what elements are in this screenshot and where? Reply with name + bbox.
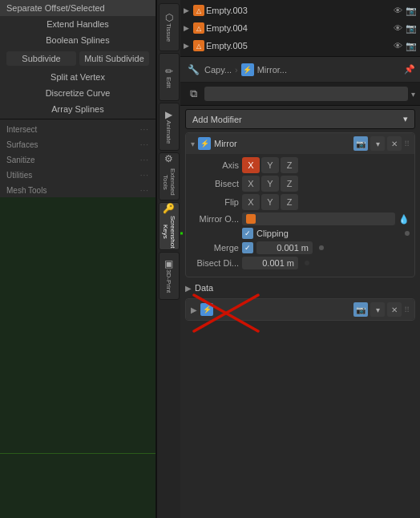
- dropper-icon[interactable]: 💧: [398, 214, 410, 225]
- flip-y-btn[interactable]: Y: [261, 194, 279, 210]
- mod2-dropdown-btn[interactable]: ▾: [370, 302, 385, 317]
- merge-value[interactable]: 0.001 m: [256, 241, 313, 254]
- row-icons-005: 👁 📷: [392, 40, 417, 51]
- merge-row: Merge ✓ 0.001 m: [191, 241, 410, 254]
- mod2-close-btn[interactable]: ✕: [387, 302, 402, 317]
- prop-toolbar: 🔧 Capy... › ⚡ Mirror... 📌: [180, 57, 420, 83]
- cam-icon-003[interactable]: 📷: [406, 5, 417, 16]
- toolbar-icon[interactable]: 🔧: [185, 62, 201, 78]
- row-arrow-005: ▶: [184, 42, 192, 50]
- breadcrumb-capy[interactable]: Capy...: [204, 65, 232, 75]
- flip-z-btn[interactable]: Z: [281, 194, 298, 210]
- merge-label: Merge: [191, 243, 239, 253]
- eye-icon-005[interactable]: 👁: [392, 40, 403, 51]
- obj-name-004: Empty.004: [206, 23, 390, 33]
- mod2-icon: ⚡: [200, 303, 213, 316]
- mod-name: Mirror: [214, 139, 350, 148]
- mirror-obj-label: Mirror O...: [191, 214, 239, 224]
- merge-dot: [319, 245, 324, 250]
- menu-array[interactable]: Array Splines: [0, 101, 155, 117]
- menu-separate[interactable]: Separate Offset/Selected: [0, 0, 155, 16]
- bisect-dist-label: Bisect Di...: [191, 258, 239, 268]
- bisect-label: Bisect: [191, 179, 239, 188]
- menu-subdivide-btn[interactable]: Subdivide: [6, 51, 76, 66]
- axis-x-btn[interactable]: X: [242, 157, 260, 173]
- obj-icon-004: △: [193, 22, 204, 34]
- add-modifier-button[interactable]: Add Modifier ▾: [185, 109, 415, 129]
- outliner-row-empty005: ▶ △ Empty.005 👁 📷: [180, 37, 420, 55]
- menu-split[interactable]: Split at Vertex: [0, 69, 155, 85]
- axis-buttons: X Y Z: [242, 157, 298, 173]
- extended-icon: ⚙: [164, 153, 173, 164]
- obj-icon-005: △: [193, 40, 204, 51]
- eye-icon-004[interactable]: 👁: [392, 22, 403, 34]
- mod-chevron[interactable]: ▾: [191, 140, 195, 148]
- merge-checkbox[interactable]: ✓: [242, 242, 253, 253]
- mirror-obj-icon: [246, 214, 256, 224]
- bisect-y-btn[interactable]: Y: [261, 176, 279, 192]
- menu-extend[interactable]: Extend Handles: [0, 16, 155, 32]
- mod-camera-btn[interactable]: 📷: [353, 136, 368, 151]
- menu-subdivide: Subdivide Multi Subdivide: [0, 48, 155, 69]
- menu-boolean[interactable]: Boolean Splines: [0, 32, 155, 48]
- clipping-dot: [405, 231, 410, 236]
- mod2-actions: 📷 ▾ ✕ ⠿: [353, 302, 410, 317]
- axis-y-btn[interactable]: Y: [261, 157, 279, 173]
- bisect-dist-value[interactable]: 0.001 m: [242, 257, 298, 269]
- breadcrumb-sep: ›: [235, 65, 238, 75]
- animate-icon: ▶: [165, 109, 172, 120]
- flip-row: Flip X Y Z: [191, 194, 410, 210]
- modifier-properties: Axis X Y Z Bisect X Y Z: [186, 154, 414, 277]
- search-input[interactable]: [204, 87, 408, 101]
- props-scroll: Add Modifier ▾ ▾ ⚡ Mirror 📷 ▾ ✕ ⠿: [180, 106, 420, 518]
- tab-edit[interactable]: ✏ Edit: [159, 53, 180, 101]
- flip-x-btn[interactable]: X: [242, 194, 260, 210]
- mod-dropdown-btn[interactable]: ▾: [370, 136, 385, 151]
- mirror-obj-row: Mirror O... 💧: [191, 212, 410, 225]
- row-arrow-004: ▶: [184, 24, 192, 32]
- mod-close-btn[interactable]: ✕: [387, 136, 402, 151]
- data-section-header[interactable]: ▶ Data: [180, 280, 420, 296]
- menu-multi-subdivide-btn[interactable]: Multi Subdivide: [79, 51, 149, 66]
- axis-z-btn[interactable]: Z: [281, 157, 298, 173]
- flip-label: Flip: [191, 197, 239, 207]
- mirror-obj-field[interactable]: [242, 212, 395, 225]
- outliner-row-empty004: ▶ △ Empty.004 👁 📷: [180, 19, 420, 37]
- cam-icon-005[interactable]: 📷: [406, 40, 417, 51]
- axis-row: Axis X Y Z: [191, 157, 410, 173]
- bisect-z-btn[interactable]: Z: [281, 176, 298, 192]
- pin-icon[interactable]: 📌: [404, 64, 415, 75]
- left-panel: Separate Offset/Selected Extend Handles …: [0, 0, 156, 518]
- mod2-chevron[interactable]: ▶: [191, 306, 197, 314]
- modifier-block-2: ▶ ⚡ 📷 ▾ ✕ ⠿: [185, 298, 415, 321]
- row-icons-004: 👁 📷: [392, 22, 417, 34]
- tab-screenshot-keys[interactable]: 🔑 Screenshot Keys: [159, 202, 180, 250]
- tab-extended-tools[interactable]: ⚙ Extended Tools: [159, 152, 180, 200]
- tab-3dprint[interactable]: ▣ 3D-Print: [159, 252, 180, 300]
- cam-icon-004[interactable]: 📷: [406, 22, 417, 34]
- breadcrumb-mirror[interactable]: Mirror...: [257, 65, 287, 75]
- mod2-camera-btn[interactable]: 📷: [353, 302, 368, 317]
- tissue-icon: ⬡: [165, 12, 173, 23]
- filter-icon: ⧉: [185, 86, 201, 102]
- eye-icon-003[interactable]: 👁: [392, 5, 403, 16]
- clipping-checkbox[interactable]: ✓: [242, 228, 253, 239]
- tab-tissue[interactable]: ⬡ Tissue: [159, 3, 180, 51]
- menu-discretize[interactable]: Discretize Curve: [0, 85, 155, 101]
- edit-icon: ✏: [165, 66, 173, 77]
- clipping-checkbox-row: ✓ Clipping: [242, 228, 289, 239]
- modifier-header: ▾ ⚡ Mirror 📷 ▾ ✕ ⠿: [186, 133, 414, 154]
- viewport-area: [0, 197, 155, 518]
- bisect-x-btn[interactable]: X: [242, 176, 260, 192]
- add-modifier-dropdown: ▾: [403, 114, 408, 124]
- clipping-row: ✓ Clipping: [191, 228, 410, 239]
- tab-animate[interactable]: ▶ Animate: [159, 103, 180, 151]
- flip-buttons: X Y Z: [242, 194, 298, 210]
- section-mesh-tools: Mesh Tools ···: [0, 182, 155, 197]
- obj-name-005: Empty.005: [206, 41, 390, 51]
- outliner-row-empty003: ▶ △ Empty.003 👁 📷: [180, 2, 420, 19]
- search-dropdown[interactable]: ▾: [411, 90, 415, 99]
- vertical-tabs: ⬡ Tissue ✏ Edit ▶ Animate ⚙ Extended Too…: [156, 0, 180, 518]
- obj-icon-003: △: [193, 5, 204, 16]
- section-utilities: Utilities ···: [0, 167, 155, 182]
